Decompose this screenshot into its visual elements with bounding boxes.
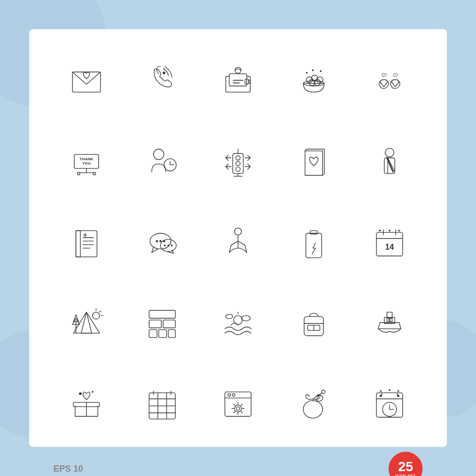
svg-rect-5: [233, 80, 243, 81]
svg-point-57: [168, 245, 170, 247]
svg-rect-81: [149, 320, 161, 328]
svg-marker-71: [73, 312, 100, 333]
icon-grid: THANK YOU: [53, 49, 423, 437]
svg-point-59: [235, 228, 241, 235]
svg-point-137: [389, 389, 391, 391]
svg-text:THANK: THANK: [80, 157, 93, 161]
svg-rect-85: [169, 330, 175, 338]
svg-line-123: [241, 404, 242, 406]
badge-label: ICON SET: [395, 474, 416, 476]
svg-text:14: 14: [385, 242, 394, 251]
svg-rect-61: [306, 233, 322, 257]
camping-tent-icon: [53, 290, 119, 357]
thank-you-sign-icon: THANK YOU: [53, 129, 119, 195]
svg-rect-84: [159, 330, 167, 338]
person-clock-icon: [129, 129, 195, 195]
svg-point-100: [79, 392, 82, 395]
svg-point-136: [380, 390, 382, 392]
svg-point-138: [397, 390, 399, 392]
battery-charge-icon: [281, 210, 347, 276]
svg-point-16: [312, 69, 314, 71]
fire-phone-icon: [129, 49, 195, 115]
backpack-icon: [281, 290, 347, 357]
svg-line-121: [241, 411, 242, 413]
diamond-ring-icon: [357, 49, 423, 115]
calendar-14-icon: 14: [357, 210, 423, 276]
svg-point-89: [226, 314, 233, 319]
man-seatbelt-icon: [357, 129, 423, 195]
svg-point-125: [322, 390, 325, 393]
svg-point-101: [92, 391, 94, 393]
svg-point-73: [93, 312, 100, 319]
svg-point-14: [306, 72, 308, 74]
support-agent-icon: [205, 49, 271, 115]
badge-number: 25: [398, 460, 413, 474]
svg-point-114: [235, 405, 241, 412]
svg-rect-6: [233, 83, 239, 84]
svg-point-56: [164, 245, 166, 247]
gift-bomb-icon: [281, 371, 347, 437]
svg-line-41: [388, 158, 394, 172]
traffic-light-icon: [205, 129, 271, 195]
meditation-icon: [205, 210, 271, 276]
svg-point-1: [163, 71, 165, 74]
svg-point-11: [317, 77, 323, 83]
svg-marker-72: [81, 312, 92, 333]
svg-point-115: [236, 407, 239, 410]
svg-point-68: [379, 230, 381, 232]
svg-rect-0: [72, 72, 101, 92]
settings-window-icon: [205, 371, 271, 437]
svg-point-23: [93, 172, 96, 175]
svg-point-24: [153, 149, 164, 160]
svg-rect-97: [390, 318, 392, 322]
love-mail-icon: [53, 49, 119, 115]
svg-point-69: [398, 230, 400, 232]
calendar-grid-icon: [129, 371, 195, 437]
svg-text:YOU: YOU: [82, 161, 91, 166]
chat-bubble-icon: [129, 210, 195, 276]
love-box-icon: [53, 371, 119, 437]
footer: EPS 10 25 ICON SET: [53, 447, 423, 476]
svg-line-76: [100, 311, 101, 312]
svg-point-22: [77, 172, 80, 175]
svg-point-70: [389, 230, 391, 232]
eps-label: EPS 10: [53, 464, 83, 474]
svg-point-31: [236, 167, 240, 171]
svg-point-53: [159, 240, 162, 242]
ship-icon: [357, 290, 423, 357]
svg-point-4: [235, 67, 241, 73]
medical-book-icon: [53, 210, 119, 276]
svg-rect-80: [149, 310, 175, 318]
svg-rect-28: [233, 153, 243, 173]
svg-point-15: [320, 70, 322, 72]
svg-point-29: [236, 156, 240, 160]
icon-set-badge: 25 ICON SET: [389, 452, 423, 476]
svg-point-124: [303, 401, 323, 418]
svg-rect-44: [76, 231, 80, 257]
schedule-clock-icon: [357, 371, 423, 437]
svg-point-39: [385, 148, 394, 157]
grid-layout-icon: [129, 290, 195, 357]
svg-point-113: [232, 393, 235, 396]
svg-point-86: [234, 316, 242, 324]
love-card-icon: [281, 129, 347, 195]
main-card: THANK YOU: [29, 29, 447, 447]
fruit-bowl-icon: [281, 49, 347, 115]
svg-point-52: [156, 240, 158, 242]
svg-rect-43: [76, 231, 97, 257]
svg-line-120: [234, 404, 235, 406]
svg-point-88: [241, 316, 250, 321]
svg-rect-82: [163, 320, 175, 328]
svg-rect-3: [229, 74, 247, 86]
svg-rect-83: [149, 330, 157, 338]
svg-rect-96: [387, 318, 390, 322]
svg-point-30: [236, 161, 240, 166]
svg-point-58: [171, 245, 173, 247]
svg-rect-62: [310, 231, 317, 234]
svg-point-112: [228, 393, 230, 396]
svg-line-122: [234, 411, 235, 413]
ocean-sunset-icon: [205, 290, 271, 357]
